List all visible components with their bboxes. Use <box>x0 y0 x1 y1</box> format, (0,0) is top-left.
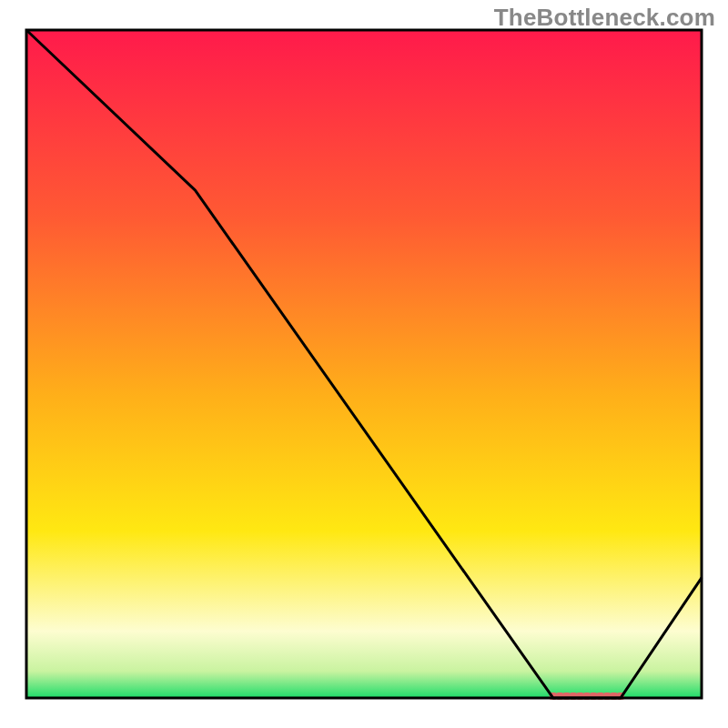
bottleneck-chart <box>0 0 728 728</box>
watermark-text: TheBottleneck.com <box>494 4 715 32</box>
chart-frame: TheBottleneck.com <box>0 0 728 728</box>
plot-background <box>26 30 702 698</box>
